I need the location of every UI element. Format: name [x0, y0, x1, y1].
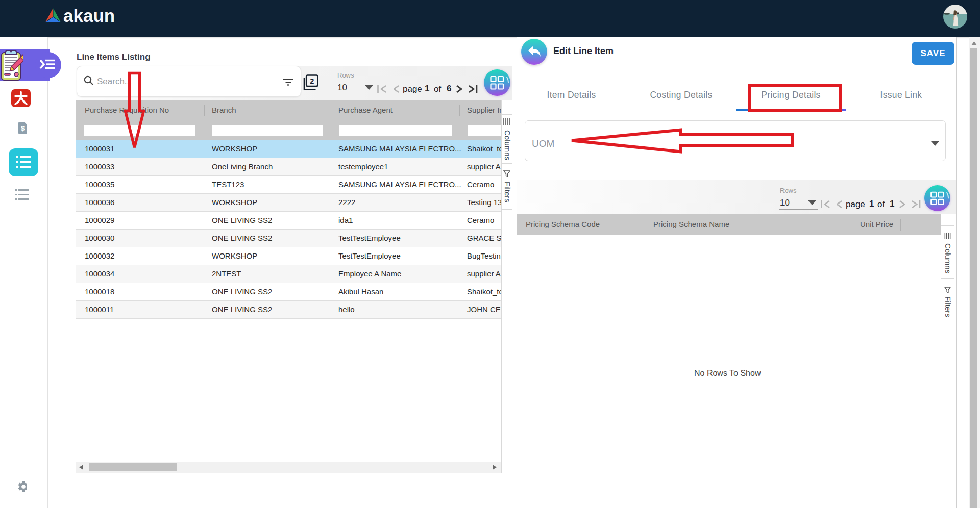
svg-text:2: 2 — [310, 77, 314, 85]
svg-text:$: $ — [21, 124, 25, 132]
